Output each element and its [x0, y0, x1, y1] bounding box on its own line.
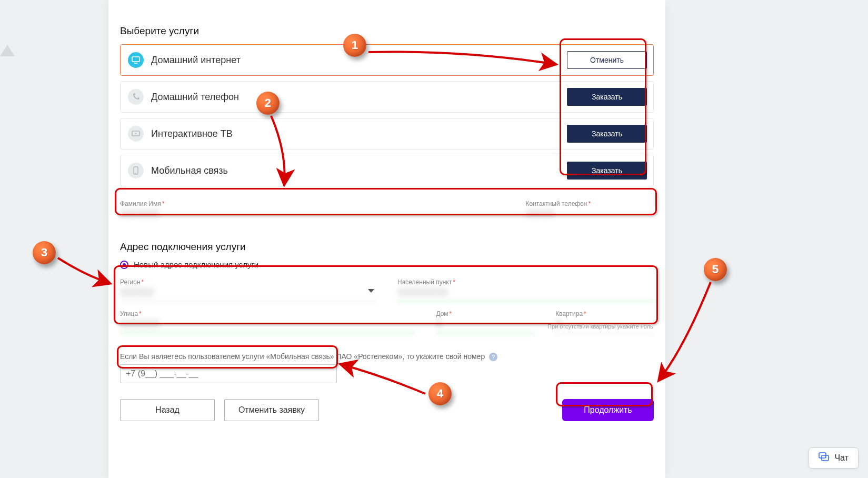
monitor-icon — [128, 52, 144, 68]
back-button[interactable]: Назад — [120, 399, 215, 421]
svg-rect-0 — [132, 57, 139, 62]
order-button[interactable]: Заказать — [567, 88, 647, 106]
phone-field-wrapper: Контактный телефон* ░░░░░ — [526, 200, 654, 223]
chat-label: Чат — [834, 453, 849, 463]
callout-4: 4 — [428, 382, 452, 405]
form-card: Выберите услуги Домашний интернет Отмени… — [108, 0, 665, 478]
radio-icon — [120, 261, 128, 269]
region-field[interactable]: Регион* ░░░░░░ — [120, 278, 376, 302]
help-icon[interactable]: ? — [489, 353, 497, 361]
mobile-number-input[interactable] — [120, 364, 337, 383]
phone-icon — [128, 89, 144, 105]
radio-label: Новый адрес подключения услуги — [134, 260, 258, 269]
house-field[interactable]: Дом* ░ — [436, 310, 534, 333]
callout-5: 5 — [704, 258, 727, 281]
service-label: Интерактивное ТВ — [151, 128, 233, 140]
section-select-services: Выберите услуги — [120, 25, 665, 37]
svg-point-4 — [135, 173, 136, 174]
callout-1: 1 — [343, 34, 366, 57]
chevron-down-icon — [368, 289, 374, 293]
section-address: Адрес подключения услуги — [120, 241, 665, 253]
mobile-note: Если Вы являетесь пользователем услуги «… — [120, 352, 665, 361]
apt-field[interactable]: Квартира* ░ — [555, 310, 654, 333]
service-label: Домашний телефон — [151, 92, 239, 103]
continue-button[interactable]: Продолжить — [562, 399, 654, 421]
radio-new-address[interactable]: Новый адрес подключения услуги — [120, 260, 654, 269]
phone-label: Контактный телефон* — [526, 200, 654, 207]
cancel-service-button[interactable]: Отменить — [567, 51, 647, 69]
chat-widget[interactable]: Чат — [809, 447, 859, 469]
name-input[interactable]: ░░░░░░░ — [120, 208, 505, 223]
service-row-phone[interactable]: Домашний телефон Заказать — [120, 81, 654, 113]
callout-3: 3 — [33, 241, 56, 264]
phone-input[interactable]: ░░░░░ — [526, 208, 654, 223]
scroll-up-icon[interactable] — [0, 45, 15, 56]
service-row-internet[interactable]: Домашний интернет Отменить — [120, 44, 654, 76]
city-field[interactable]: Населенный пункт* ░░░░░░░░░ — [397, 278, 654, 302]
name-label: Фамилия Имя* — [120, 200, 505, 207]
name-field-wrapper: Фамилия Имя* ░░░░░░░ — [120, 200, 505, 223]
order-button[interactable]: Заказать — [567, 162, 647, 180]
svg-point-2 — [135, 133, 136, 134]
service-row-mobile[interactable]: Мобильная связь Заказать — [120, 155, 654, 186]
callout-2: 2 — [256, 92, 280, 115]
apt-note: При отсутствии квартиры укажите ноль — [547, 323, 653, 330]
cancel-request-button[interactable]: Отменить заявку — [224, 399, 319, 421]
service-label: Домашний интернет — [151, 55, 241, 66]
service-row-tv[interactable]: Интерактивное ТВ Заказать — [120, 118, 654, 150]
street-field[interactable]: Улица* ░░░░░░░ — [120, 310, 415, 333]
chat-icon — [819, 452, 829, 464]
mobile-icon — [128, 163, 144, 178]
order-button[interactable]: Заказать — [567, 125, 647, 143]
service-label: Мобильная связь — [151, 165, 228, 176]
tv-icon — [128, 126, 144, 142]
